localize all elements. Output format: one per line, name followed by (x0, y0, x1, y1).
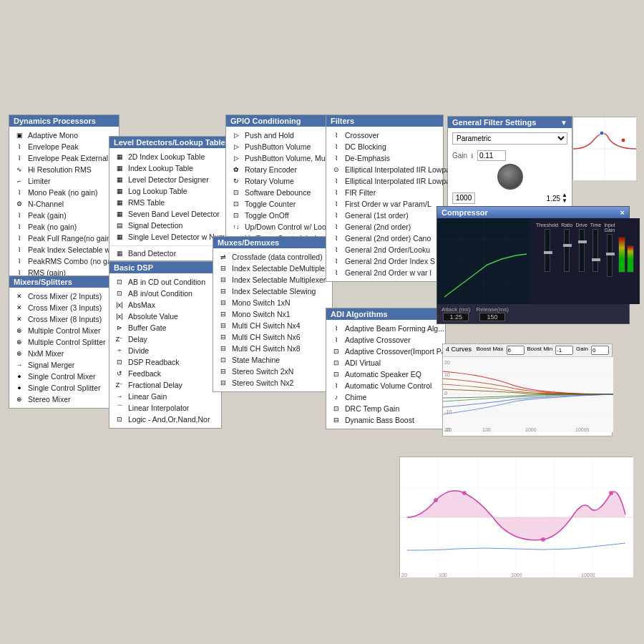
release-input[interactable] (479, 313, 505, 321)
list-item[interactable]: ÷ Divide (114, 345, 217, 356)
list-item[interactable]: ⊟ Multi CH Switch Nx6 (218, 331, 328, 343)
boost-min-input[interactable] (555, 346, 573, 355)
list-item[interactable]: ⌇ Adaptive Crossover (331, 334, 441, 346)
list-item[interactable]: ⊕ NxM Mixer (14, 348, 114, 359)
list-item[interactable]: ▷ PushButton Volume (230, 141, 331, 152)
list-item[interactable]: ▦ RMS Table (114, 197, 231, 208)
list-item[interactable]: ⌇ Peak (no gain) (14, 221, 114, 233)
list-item[interactable]: ⊡ State Machine (218, 354, 328, 366)
list-item[interactable]: ⊕ Stereo Mixer (14, 394, 114, 405)
attack-input[interactable] (443, 313, 469, 321)
list-item[interactable]: ⊟ Index Selectable Multiplexer (218, 274, 328, 286)
list-item[interactable]: ✕ Cross Mixer (3 Inputs) (14, 302, 114, 313)
q-down-button[interactable]: ▼ (562, 198, 567, 204)
list-item[interactable]: Z⁻ Fractional Delay (114, 379, 217, 391)
list-item[interactable]: ⚙ N-Channel (14, 198, 114, 210)
list-item[interactable]: ⌒ Linear Interpolator (114, 402, 217, 414)
list-item[interactable]: ⊳ Buffer Gate (114, 322, 217, 333)
list-item[interactable]: |x| Absolute Value (114, 311, 217, 322)
list-item[interactable]: ⊡ Adaptive Crossover(Import Param (331, 346, 441, 357)
list-item[interactable]: ▤ Signal Detection (114, 220, 231, 231)
list-item[interactable]: ⌇ General 2nd Order/Looku (331, 244, 439, 255)
list-item[interactable]: ▦ Level Detector Designer (114, 174, 231, 185)
list-item[interactable]: ⌇ Elliptical Interpolated IIR Lowpass (331, 175, 439, 187)
list-item[interactable]: |x| AbsMax (114, 299, 217, 311)
list-item[interactable]: → Linear Gain (114, 391, 217, 402)
list-item[interactable]: ⊟ Index Selectable Slewing (218, 286, 328, 297)
list-item[interactable]: ⌇ First Order w var Param/L (331, 198, 439, 210)
list-item[interactable]: ⊕ Multiple Control Splitter (14, 336, 114, 348)
list-item[interactable]: ✕ Cross Mixer (2 Inputs) (14, 291, 114, 302)
drive-thumb[interactable] (578, 240, 587, 243)
list-item[interactable]: ⌇ General 2nd Order w var l (331, 267, 439, 278)
list-item[interactable]: ⊟ Multi CH Switch Nx8 (218, 343, 328, 354)
filter-knob[interactable] (497, 164, 523, 190)
list-item[interactable]: ⊟ Stereo Switch Nx2 (218, 377, 328, 389)
list-item[interactable]: ∿ Hi Resolution RMS (14, 164, 114, 175)
list-item[interactable]: ⊟ Stereo Switch 2xN (218, 366, 328, 377)
list-item[interactable]: ↻ Rotary Volume (230, 175, 331, 187)
list-item[interactable]: ⌇ De-Emphasis (331, 152, 439, 164)
list-item[interactable]: ✿ Rotary Encoder (230, 164, 331, 175)
list-item[interactable]: ⌇ Peak Full Range(no gain) (14, 233, 114, 244)
boost-max-input[interactable] (507, 346, 525, 355)
list-item[interactable]: ⌇ General (1st order) (331, 210, 439, 221)
list-item[interactable]: ⊡ DRC Temp Gain (331, 403, 441, 414)
list-item[interactable]: ⊟ Dynamic Bass Boost (331, 414, 441, 426)
gain-chart-input[interactable] (591, 346, 609, 355)
list-item[interactable]: ⊡ Logic - And,Or,Nand,Nor (114, 414, 217, 425)
gain-input[interactable] (477, 150, 506, 161)
filter-settings-expand[interactable]: ▼ (560, 119, 567, 127)
list-item[interactable]: ▦ Log Lookup Table (114, 185, 231, 197)
list-item[interactable]: ✕ Cross Mixer (8 Inputs) (14, 313, 114, 325)
list-item[interactable]: ⌇ General (2nd order) Cano (331, 233, 439, 244)
list-item[interactable]: ⊕ Multiple Control Mixer (14, 325, 114, 336)
list-item[interactable]: ⌇ FIR Filter (331, 187, 439, 198)
list-item[interactable]: ⌇ General 2nd Order Index S (331, 255, 439, 267)
list-item[interactable]: ♪ Chime (331, 391, 441, 403)
list-item[interactable]: ⌇ DC Blocking (331, 141, 439, 152)
time-thumb[interactable] (592, 258, 600, 261)
list-item[interactable]: ⊡ Toggle Counter (230, 198, 331, 210)
list-item[interactable]: ↺ Feedback (114, 368, 217, 379)
list-item[interactable]: ⌇ Adaptive Beam Forming Alg... (331, 323, 441, 334)
list-item[interactable]: ⌇ General (2nd order) (331, 221, 439, 233)
threshold-thumb[interactable] (544, 251, 552, 254)
list-item[interactable]: ⊟ Mono Switch Nx1 (218, 308, 328, 320)
q-stepper[interactable]: ▲ ▼ (562, 192, 567, 204)
list-item[interactable]: Z⁻ Delay (114, 333, 217, 345)
list-item[interactable]: ● Single Control Splitter (14, 382, 114, 394)
list-item[interactable]: ⌇ Envelope Peak External Decay (14, 152, 114, 164)
list-item[interactable]: ⊡ AB in CD out Condition (114, 276, 217, 288)
list-item[interactable]: ▷ Push and Hold (230, 130, 331, 141)
list-item[interactable]: ⊟ Index Selectable DeMultiplexe (218, 263, 328, 274)
list-item[interactable]: ⊡ DSP Readback (114, 356, 217, 368)
list-item[interactable]: ⌇ Peak (gain) (14, 210, 114, 221)
list-item[interactable]: ⊟ Multi CH Switch Nx4 (218, 320, 328, 331)
list-item[interactable]: ⌇ Crossover (331, 130, 439, 141)
list-item[interactable]: ● Single Control Mixer (14, 371, 114, 382)
list-item[interactable]: ⊡ Software Debounce (230, 187, 331, 198)
list-item[interactable]: ⌇ PeakRMS Combo (no gain) (14, 255, 114, 267)
list-item[interactable]: ⇌ Crossfade (data controlled) (218, 251, 328, 263)
list-item[interactable]: ⌇ Automatic Volume Control (331, 380, 441, 391)
list-item[interactable]: ⌇ Mono Peak (no gain) (14, 187, 114, 198)
ratio-thumb[interactable] (563, 244, 572, 247)
list-item[interactable]: ⊡ Automatic Speaker EQ (331, 369, 441, 380)
list-item[interactable]: ⊙ Elliptical Interpolated IIR Lowpass (331, 164, 439, 175)
list-item[interactable]: ⌇ Envelope Peak (14, 141, 114, 152)
list-item[interactable]: ⌐ Limiter (14, 175, 114, 187)
list-item[interactable]: ⊡ ADI Virtual (331, 357, 441, 369)
list-item[interactable]: ⊟ Mono Switch 1xN (218, 297, 328, 308)
list-item[interactable]: ⌇ Peak Index Selectable w/ Post Gain and… (14, 244, 114, 255)
list-item[interactable]: ↑↓ Up/Down Control w/ Lookup (230, 221, 331, 233)
list-item[interactable]: ▦ 2D Index Lookup Table (114, 151, 231, 162)
list-item[interactable]: ▷ PushButton Volume, Mute (230, 152, 331, 164)
list-item[interactable]: ▣ Adaptive Mono (14, 130, 114, 141)
list-item[interactable]: ▦ Index Lookup Table (114, 162, 231, 174)
list-item[interactable]: ⊡ Toggle OnOff (230, 210, 331, 221)
list-item[interactable]: ▦ Seven Band Level Detector (114, 208, 231, 220)
list-item[interactable]: → Signal Merger (14, 359, 114, 371)
compressor-close-button[interactable]: × (620, 208, 625, 217)
input-gain-thumb[interactable] (606, 253, 615, 255)
